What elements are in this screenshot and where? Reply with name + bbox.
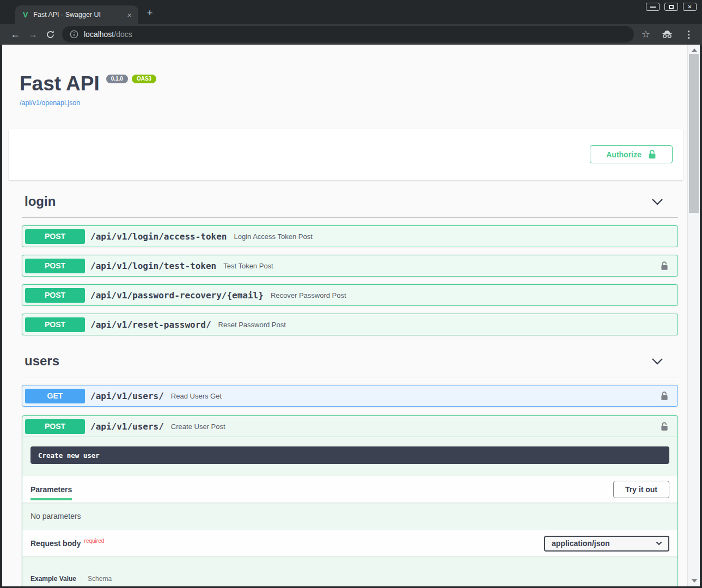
operation-row-password-recovery[interactable]: POST /api/v1/password-recovery/{email} R… bbox=[22, 284, 678, 306]
window-controls: ✕ bbox=[646, 3, 697, 11]
operation-row-reset-password[interactable]: POST /api/v1/reset-password/ Reset Passw… bbox=[22, 314, 678, 335]
operation-summary: Test Token Post bbox=[223, 262, 273, 270]
reload-button[interactable] bbox=[41, 30, 59, 39]
unlocked-padlock-icon bbox=[648, 150, 656, 159]
tag-header-login[interactable]: login bbox=[22, 189, 678, 218]
model-example: Example Value Schema { bbox=[22, 556, 677, 586]
url-path: /docs bbox=[114, 30, 132, 39]
operation-row-login-access-token[interactable]: POST /api/v1/login/access-token Login Ac… bbox=[22, 225, 678, 247]
auth-lock-icon[interactable] bbox=[661, 391, 668, 401]
browser-toolbar: ← → localhost/docs ☆ ⋮ bbox=[0, 24, 702, 45]
incognito-icon bbox=[661, 30, 673, 39]
method-badge: GET bbox=[25, 389, 85, 403]
oas3-badge: OAS3 bbox=[132, 75, 156, 83]
select-chevron-icon bbox=[656, 541, 662, 546]
operation-path: /api/v1/reset-password/ bbox=[90, 320, 211, 330]
scrollbar-thumb[interactable] bbox=[689, 54, 699, 213]
request-body-header: Request bodyrequired application/json bbox=[22, 530, 677, 556]
browser-menu-icon[interactable]: ⋮ bbox=[684, 29, 695, 40]
url-host: localhost bbox=[84, 30, 114, 39]
page-scrollbar[interactable] bbox=[687, 45, 700, 586]
try-it-out-button[interactable]: Try it out bbox=[613, 481, 669, 498]
example-tabs: Example Value Schema bbox=[30, 575, 669, 583]
forward-button[interactable]: → bbox=[24, 29, 41, 40]
operation-summary: Create User Post bbox=[171, 422, 225, 431]
version-badge: 0.1.0 bbox=[106, 75, 128, 83]
operations-wrapper: login POST /api/v1/login/access-token Lo… bbox=[2, 189, 687, 586]
swagger-page: Fast API 0.1.0 OAS3 /api/v1/openapi.json… bbox=[2, 45, 687, 586]
parameters-tab: Parameters bbox=[30, 479, 72, 500]
parameters-header: Parameters Try it out bbox=[22, 476, 677, 503]
scroll-down-arrow-icon[interactable] bbox=[692, 579, 697, 583]
media-type-select[interactable]: application/json bbox=[544, 536, 669, 552]
back-button[interactable]: ← bbox=[7, 29, 24, 40]
authorize-button[interactable]: Authorize bbox=[590, 145, 673, 163]
operation-path: /api/v1/login/access-token bbox=[90, 231, 227, 242]
method-badge: POST bbox=[25, 288, 85, 303]
operation-expanded-create-user: POST /api/v1/users/ Create User Post Cre… bbox=[22, 415, 678, 586]
bookmark-star-icon[interactable]: ☆ bbox=[642, 28, 650, 40]
operation-summary: Login Access Token Post bbox=[234, 232, 312, 241]
tag-name: users bbox=[25, 353, 59, 369]
minimize-button[interactable] bbox=[646, 3, 660, 11]
required-badge: required bbox=[84, 538, 105, 544]
request-body-label: Request body bbox=[30, 539, 81, 548]
minimize-icon bbox=[650, 7, 656, 8]
scheme-container: Authorize bbox=[9, 129, 683, 180]
method-badge: POST bbox=[25, 419, 85, 434]
auth-lock-icon[interactable] bbox=[661, 422, 668, 431]
tab-divider bbox=[82, 575, 82, 583]
method-badge: POST bbox=[25, 317, 85, 332]
method-badge: POST bbox=[25, 229, 85, 244]
tab-close-icon[interactable]: × bbox=[126, 10, 133, 20]
operation-row-login-test-token[interactable]: POST /api/v1/login/test-token Test Token… bbox=[22, 255, 678, 277]
operation-description: Create new user bbox=[30, 446, 669, 464]
tab-schema[interactable]: Schema bbox=[88, 575, 112, 583]
new-tab-button[interactable]: + bbox=[143, 7, 157, 19]
toolbar-right: ☆ ⋮ bbox=[642, 28, 695, 40]
address-bar[interactable]: localhost/docs bbox=[62, 26, 634, 42]
close-window-button[interactable]: ✕ bbox=[683, 3, 697, 11]
tab-title: Fast API - Swagger UI bbox=[33, 11, 126, 19]
tab-example-value[interactable]: Example Value bbox=[30, 575, 76, 583]
maximize-button[interactable] bbox=[664, 3, 678, 11]
operation-path: /api/v1/password-recovery/{email} bbox=[90, 290, 264, 301]
operation-path: /api/v1/users/ bbox=[90, 421, 164, 432]
scroll-up-arrow-icon[interactable] bbox=[692, 48, 697, 52]
chevron-down-icon[interactable] bbox=[651, 358, 663, 365]
page-info-icon[interactable] bbox=[70, 30, 78, 39]
auth-lock-icon[interactable] bbox=[661, 261, 668, 271]
browser-tab[interactable]: V Fast API - Swagger UI × bbox=[15, 5, 138, 24]
operation-summary: Read Users Get bbox=[171, 392, 222, 400]
favicon-icon: V bbox=[23, 10, 28, 19]
method-badge: POST bbox=[25, 259, 85, 273]
browser-tab-bar: V Fast API - Swagger UI × + ✕ bbox=[0, 0, 702, 24]
operation-path: /api/v1/users/ bbox=[90, 391, 164, 401]
chevron-down-icon[interactable] bbox=[651, 198, 663, 205]
api-info: Fast API 0.1.0 OAS3 /api/v1/openapi.json bbox=[2, 45, 687, 107]
reload-icon bbox=[46, 30, 55, 39]
operation-path: /api/v1/login/test-token bbox=[90, 261, 216, 271]
operation-summary-row[interactable]: POST /api/v1/users/ Create User Post bbox=[22, 416, 677, 437]
tag-header-users[interactable]: users bbox=[22, 348, 678, 377]
openapi-spec-link[interactable]: /api/v1/openapi.json bbox=[20, 99, 80, 107]
no-parameters-text: No parameters bbox=[22, 503, 677, 530]
operation-summary: Reset Password Post bbox=[218, 321, 286, 329]
tag-name: login bbox=[25, 194, 56, 209]
operation-summary: Recover Password Post bbox=[271, 291, 346, 299]
maximize-icon bbox=[669, 5, 674, 9]
operation-row-read-users[interactable]: GET /api/v1/users/ Read Users Get bbox=[22, 385, 678, 407]
active-tab-underline bbox=[30, 498, 72, 500]
page-title: Fast API 0.1.0 OAS3 bbox=[20, 73, 670, 95]
